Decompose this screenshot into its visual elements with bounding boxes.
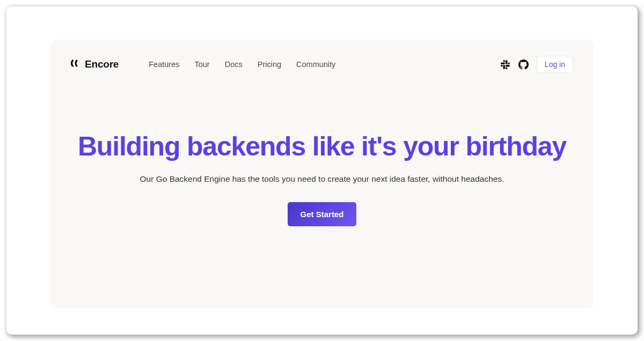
brand-name: Encore	[85, 58, 119, 70]
brand-logo[interactable]: Encore	[71, 58, 119, 71]
nav-link-tour[interactable]: Tour	[194, 60, 209, 69]
nav-link-features[interactable]: Features	[149, 60, 179, 69]
hero-section: Building backends like it's your birthda…	[71, 132, 573, 226]
get-started-button[interactable]: Get Started	[288, 202, 357, 226]
github-icon[interactable]	[518, 59, 529, 70]
navbar: Encore Features Tour Docs Pricing Commun…	[71, 55, 573, 74]
window-frame: Encore Features Tour Docs Pricing Commun…	[6, 6, 638, 335]
page-card: Encore Features Tour Docs Pricing Commun…	[50, 40, 594, 308]
slack-icon[interactable]	[500, 59, 511, 70]
hero-subtitle: Our Go Backend Engine has the tools you …	[140, 174, 504, 184]
encore-logo-icon	[71, 58, 82, 71]
login-button[interactable]: Log in	[537, 56, 573, 73]
nav-link-docs[interactable]: Docs	[225, 60, 243, 69]
hero-title: Building backends like it's your birthda…	[78, 132, 566, 161]
nav-links: Features Tour Docs Pricing Community	[149, 60, 335, 69]
nav-link-community[interactable]: Community	[296, 60, 335, 69]
nav-link-pricing[interactable]: Pricing	[258, 60, 281, 69]
nav-right: Log in	[500, 56, 573, 73]
